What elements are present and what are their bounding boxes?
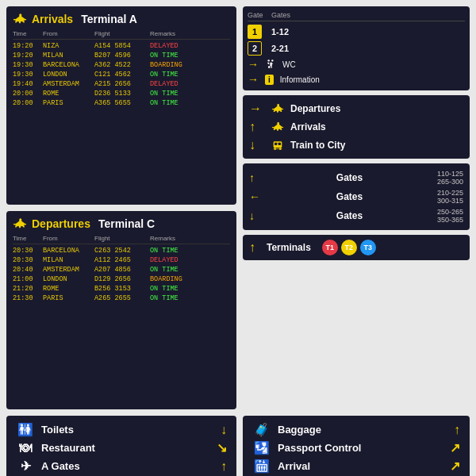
cell-status: ON TIME xyxy=(150,285,213,293)
cell-status: ON TIME xyxy=(150,99,213,107)
direction-arrow: ↑ xyxy=(249,120,265,134)
cell-status: ON TIME xyxy=(150,247,213,255)
cell-status: ON TIME xyxy=(150,294,213,302)
wc-icon xyxy=(265,59,276,70)
list-item: 🚻 Toilets ↓ xyxy=(16,422,227,437)
sign-text: A Gates xyxy=(41,460,214,472)
gate-header: Gate Gates xyxy=(248,11,465,21)
terminals-panel: ↑ Terminals T1T2T3 xyxy=(243,235,470,260)
gates-arrow: ↓ xyxy=(249,209,262,222)
cell-time: 20:00 xyxy=(13,90,43,98)
cell-time: 19:20 xyxy=(13,42,43,50)
cell-time: 20:00 xyxy=(13,99,43,107)
cell-time: 20:30 xyxy=(13,256,43,264)
svg-rect-4 xyxy=(278,143,281,145)
departures-title: Departures xyxy=(32,217,90,230)
sign-icon: 🛂 xyxy=(252,440,271,455)
table-row: 20:00 PARIS A365 5655 ON TIME xyxy=(13,98,230,108)
direction-label: Train to City xyxy=(290,140,345,151)
cell-status: DELAYED xyxy=(150,42,213,50)
departures-columns: Time From Flight Remarks xyxy=(13,235,230,244)
cell-flight: A362 4522 xyxy=(94,61,150,69)
gates-label: Gates xyxy=(336,210,363,221)
table-row: 19:20 NIZA A154 5854 DELAYED xyxy=(13,41,230,51)
cell-status: BOARDING xyxy=(150,61,213,69)
sign-text: Toilets xyxy=(41,424,214,436)
table-row: 20:30 BARCELONA C263 2542 ON TIME xyxy=(13,246,230,255)
dep-col-from: From xyxy=(43,235,94,242)
cell-flight: A215 2656 xyxy=(94,80,150,88)
list-item: 2 2-21 xyxy=(248,41,465,56)
cell-from: MILAN xyxy=(43,256,94,264)
terminals-arrow: ↑ xyxy=(249,240,255,255)
table-row: 20:00 ROME D236 5133 ON TIME xyxy=(13,89,230,98)
gates-directional-panel: ↑ Gates 110-125 265-300 ← Gates 210-225 … xyxy=(243,163,470,230)
gates-label: Gates xyxy=(336,191,363,202)
bottom-left-rows: 🚻 Toilets ↓ 🍽 Restaurant ↘ ✈ A Gates ↑ xyxy=(16,422,227,474)
table-row: 21:30 PARIS A265 2655 ON TIME xyxy=(13,294,230,303)
gate-col1: Gate xyxy=(248,11,271,19)
sign-icon: 🛗 xyxy=(252,459,271,474)
bottom-left-panel: 🚻 Toilets ↓ 🍽 Restaurant ↘ ✈ A Gates ↑ xyxy=(6,416,236,476)
table-row: 19:40 AMSTERDAM A215 2656 DELAYED xyxy=(13,79,230,89)
cell-status: DELAYED xyxy=(150,80,213,88)
gates-label: Gates xyxy=(336,172,363,183)
terminal-badge: T3 xyxy=(360,240,376,255)
gate-rows: 1 1-12 2 2-21 xyxy=(248,25,465,56)
direction-panel: → Departures ↑ Arrivals ↓ Train to City xyxy=(243,95,470,159)
direction-rows: → Departures ↑ Arrivals ↓ Train to City xyxy=(249,102,463,152)
dep-col-remarks: Remarks xyxy=(150,235,213,242)
svg-point-1 xyxy=(271,60,273,61)
table-row: 21:20 ROME B256 3153 ON TIME xyxy=(13,284,230,294)
gate-number: 1 xyxy=(248,25,262,39)
terminal-badge: T2 xyxy=(341,240,357,255)
cell-from: BARCELONA xyxy=(43,61,94,69)
wc-row: → WC xyxy=(248,58,465,71)
cell-from: NIZA xyxy=(43,42,94,50)
cell-flight: B256 3153 xyxy=(94,285,150,293)
plane-icon xyxy=(13,13,27,25)
table-row: 20:30 MILAN A112 2465 DELAYED xyxy=(13,255,230,265)
cell-time: 19:20 xyxy=(13,52,43,60)
plane-icon xyxy=(271,122,284,132)
cell-time: 20:30 xyxy=(13,247,43,255)
gates-range: 210-225 300-315 xyxy=(437,189,463,205)
sign-arrow: ↗ xyxy=(450,459,460,474)
bottom-right-rows: 🧳 Baggage ↑ 🛂 Passport Control ↗ 🛗 Arriv… xyxy=(252,422,460,474)
list-item: ↓ Gates 250-265 350-365 xyxy=(249,208,463,224)
table-row: 19:20 MILAN B207 4596 ON TIME xyxy=(13,51,230,60)
table-row: 19:30 LONDON C121 4562 ON TIME xyxy=(13,70,230,79)
cell-time: 19:40 xyxy=(13,80,43,88)
cell-flight: D129 2656 xyxy=(94,275,150,283)
cell-from: PARIS xyxy=(43,99,94,107)
gates-arrow: ← xyxy=(249,190,262,203)
dep-col-flight: Flight xyxy=(94,235,150,242)
sign-text: Restaurant xyxy=(41,442,210,454)
gates-range: 250-265 350-365 xyxy=(437,208,463,224)
plane-icon xyxy=(271,104,284,113)
departures-rows: 20:30 BARCELONA C263 2542 ON TIME 20:30 … xyxy=(13,246,230,303)
sign-arrow: ↑ xyxy=(454,423,460,437)
terminals-label: Terminals xyxy=(267,242,311,253)
list-item: 🛂 Passport Control ↗ xyxy=(252,440,460,455)
cell-flight: D236 5133 xyxy=(94,90,150,98)
cell-from: ROME xyxy=(43,90,94,98)
svg-rect-3 xyxy=(274,143,277,145)
main-container: Arrivals Terminal A Time From Flight Rem… xyxy=(0,0,476,476)
sign-arrow: ↓ xyxy=(221,423,227,437)
arrivals-title: Arrivals xyxy=(32,13,73,25)
sign-arrow: ↗ xyxy=(450,440,460,455)
cell-time: 21:00 xyxy=(13,275,43,283)
cell-status: ON TIME xyxy=(150,71,213,79)
direction-label: Arrivals xyxy=(290,121,326,132)
gates-range: 110-125 265-300 xyxy=(437,170,463,186)
table-row: 19:30 BARCELONA A362 4522 BOARDING xyxy=(13,60,230,70)
direction-arrow: → xyxy=(249,102,265,116)
sign-icon: 🍽 xyxy=(16,441,35,455)
arrivals-terminal: Terminal A xyxy=(81,13,137,25)
sign-text: Passport Control xyxy=(278,442,443,454)
arrivals-columns: Time From Flight Remarks xyxy=(13,30,230,40)
dep-col-time: Time xyxy=(13,235,43,242)
col-time: Time xyxy=(13,30,43,37)
gate-range: 1-12 xyxy=(271,27,465,36)
